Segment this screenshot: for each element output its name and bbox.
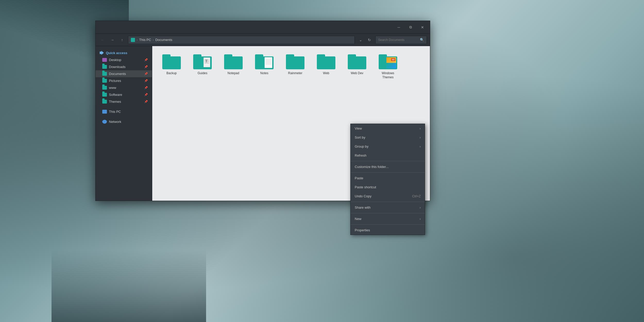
sidebar-section-quick-access[interactable]: Quick access: [96, 49, 152, 56]
sidebar-item-pictures[interactable]: Pictures 📌: [96, 77, 152, 84]
desktop-folder-icon: [102, 58, 107, 62]
context-menu-sep-2: [351, 172, 425, 173]
themes-label: Themes: [109, 100, 121, 104]
up-button[interactable]: ↑: [118, 36, 126, 44]
file-item-windows-themes[interactable]: SD Windows Themes: [374, 51, 402, 82]
paste-shortcut-label: Paste shortcut: [355, 185, 376, 189]
search-input[interactable]: [378, 38, 418, 42]
context-menu-refresh[interactable]: Refresh: [351, 151, 425, 160]
quick-access-label: Quick access: [106, 51, 127, 55]
context-menu-new[interactable]: New ›: [351, 214, 425, 223]
web-folder-icon: [317, 54, 335, 69]
forward-button[interactable]: →: [108, 36, 116, 44]
refresh-label: Refresh: [355, 154, 367, 157]
sidebar-divider-1: [96, 105, 152, 108]
sidebar: Quick access Desktop 📌 Downloads 📌 Docum…: [96, 46, 152, 201]
share-with-label: Share with: [355, 206, 370, 209]
sidebar-item-downloads[interactable]: Downloads 📌: [96, 63, 152, 70]
pin-icon-www: 📌: [144, 86, 148, 89]
software-label: Software: [109, 93, 122, 97]
breadcrumb-this-pc[interactable]: This PC: [139, 38, 151, 42]
pictures-label: Pictures: [109, 79, 121, 83]
sort-by-submenu-icon: ›: [420, 136, 421, 139]
windows-themes-folder-icon: SD: [379, 54, 397, 69]
view-submenu-icon: ›: [420, 127, 421, 130]
context-menu-view[interactable]: View ›: [351, 124, 425, 133]
context-menu-share-with[interactable]: Share with ›: [351, 203, 425, 212]
guides-folder-icon: T: [193, 54, 212, 69]
refresh-button[interactable]: ↻: [366, 36, 373, 44]
new-submenu-icon: ›: [420, 217, 421, 221]
restore-button[interactable]: ⧉: [407, 24, 414, 31]
file-item-guides[interactable]: T Guides: [188, 51, 217, 82]
sidebar-item-documents[interactable]: Documents 📌: [96, 70, 152, 77]
undo-copy-shortcut: Ctrl+Z: [412, 194, 421, 198]
backup-label: Backup: [166, 71, 177, 75]
file-item-rainmeter[interactable]: Rainmeter: [281, 51, 309, 82]
pin-icon-software: 📌: [144, 93, 148, 96]
sidebar-item-themes[interactable]: Themes 📌: [96, 98, 152, 105]
file-item-backup[interactable]: Backup: [157, 51, 186, 82]
file-item-web[interactable]: Web: [312, 51, 340, 82]
title-bar: ─ ⧉ ✕: [96, 21, 430, 34]
downloads-label: Downloads: [109, 65, 125, 69]
context-menu-paste[interactable]: Paste: [351, 174, 425, 183]
sidebar-item-network[interactable]: Network: [96, 118, 152, 125]
file-item-notes[interactable]: Notes: [250, 51, 278, 82]
breadcrumb-documents[interactable]: Documents: [155, 38, 172, 42]
dropdown-button[interactable]: ⌄: [357, 36, 365, 44]
file-item-web-dev[interactable]: Web Dev: [343, 51, 371, 82]
file-item-notepad[interactable]: Notepad: [219, 51, 248, 82]
pin-icon-pictures: 📌: [144, 79, 148, 82]
context-menu: View › Sort by › Group by › Refresh Cust…: [350, 124, 425, 235]
customize-label: Customize this folder...: [355, 165, 389, 169]
sidebar-item-desktop[interactable]: Desktop 📌: [96, 56, 152, 63]
sidebar-item-www[interactable]: www 📌: [96, 84, 152, 91]
software-folder-icon: [102, 93, 107, 97]
search-bar[interactable]: 🔍: [375, 36, 427, 44]
context-menu-sort-by[interactable]: Sort by ›: [351, 133, 425, 142]
minimize-button[interactable]: ─: [395, 24, 402, 31]
address-bar: ← → ↑ › This PC › Documents ⌄ ↻ 🔍: [96, 34, 430, 46]
pictures-folder-icon: [102, 79, 107, 83]
context-menu-group-by[interactable]: Group by ›: [351, 142, 425, 151]
windows-themes-label: Windows Themes: [382, 71, 394, 79]
pin-icon-themes: 📌: [144, 100, 148, 103]
back-button[interactable]: ←: [99, 36, 106, 44]
this-pc-icon: [102, 110, 107, 114]
sidebar-item-this-pc[interactable]: This PC: [96, 108, 152, 115]
context-menu-properties[interactable]: Properties: [351, 226, 425, 235]
files-grid: Backup T: [157, 51, 425, 82]
sidebar-item-software[interactable]: Software 📌: [96, 91, 152, 98]
backup-folder-icon: [162, 54, 181, 69]
network-icon: [102, 120, 107, 124]
close-button[interactable]: ✕: [419, 24, 426, 31]
breadcrumb-folder-icon: [131, 38, 135, 42]
view-label: View: [355, 126, 362, 130]
context-menu-sep-4: [351, 213, 425, 213]
new-label: New: [355, 217, 361, 221]
breadcrumb-bar[interactable]: › This PC › Documents: [128, 36, 355, 44]
web-dev-label: Web Dev: [351, 71, 363, 75]
www-label: www: [109, 86, 116, 90]
rainmeter-label: Rainmeter: [288, 71, 302, 75]
breadcrumb-separator-2: ›: [153, 38, 154, 42]
documents-folder-icon: [102, 72, 107, 76]
context-menu-sep-3: [351, 202, 425, 202]
context-menu-undo-copy[interactable]: Undo Copy Ctrl+Z: [351, 192, 425, 201]
share-with-submenu-icon: ›: [420, 206, 421, 209]
breadcrumb-separator-1: ›: [137, 38, 138, 42]
documents-label: Documents: [109, 72, 126, 76]
network-label: Network: [109, 120, 121, 124]
notes-label: Notes: [260, 71, 268, 75]
group-by-submenu-icon: ›: [420, 145, 421, 148]
pin-icon-downloads: 📌: [144, 65, 148, 69]
downloads-folder-icon: [102, 65, 107, 69]
context-menu-customize[interactable]: Customize this folder...: [351, 162, 425, 171]
properties-label: Properties: [355, 228, 370, 232]
bg-decoration-2: [52, 219, 206, 322]
web-dev-folder-icon: [348, 54, 366, 69]
context-menu-paste-shortcut[interactable]: Paste shortcut: [351, 183, 425, 192]
rainmeter-folder-icon: [286, 54, 304, 69]
search-icon: 🔍: [420, 38, 424, 42]
